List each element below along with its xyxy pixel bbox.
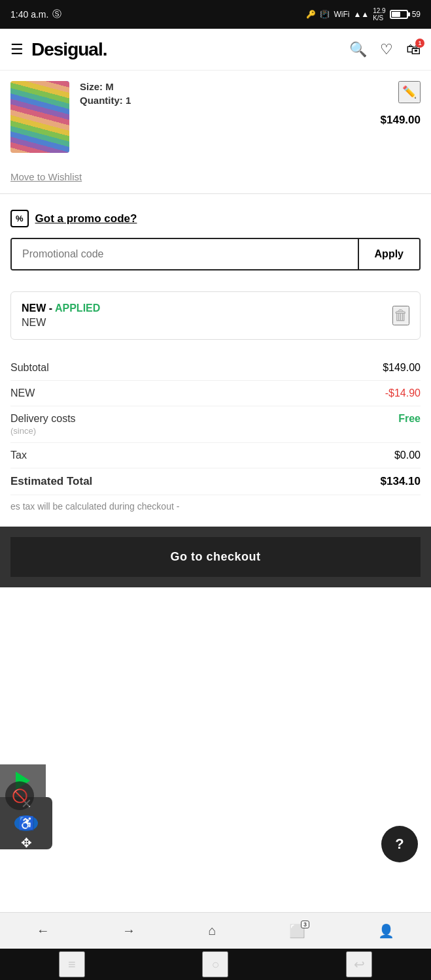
android-menu-button[interactable]: ≡ — [59, 951, 85, 977]
product-image — [10, 81, 69, 153]
status-bar-left: 1:40 a.m. Ⓢ — [10, 8, 61, 20]
total-value: $134.10 — [381, 475, 421, 488]
discount-label: NEW — [10, 387, 35, 399]
wishlist-icon[interactable]: ♡ — [380, 41, 393, 58]
applied-badge: APPLIED — [55, 302, 100, 314]
battery-percent: 59 — [412, 10, 421, 19]
product-image-stripes — [10, 81, 69, 153]
search-icon[interactable]: 🔍 — [349, 41, 367, 58]
checkout-section: Go to checkout — [0, 527, 431, 587]
applied-promo-code: NEW — [22, 317, 100, 329]
main-content: Size: M Quantity: 1 ✏️ $149.00 Move to W… — [0, 71, 431, 912]
time-display: 1:40 a.m. — [10, 9, 48, 20]
delivery-value: Free — [398, 413, 421, 425]
move-to-wishlist-link[interactable]: Move to Wishlist — [10, 171, 82, 182]
tax-dash: - — [177, 501, 180, 512]
product-size-line: Size: M — [80, 81, 131, 92]
discount-value: -$14.90 — [385, 387, 421, 399]
delivery-label: Delivery costs — [10, 413, 76, 425]
promo-code-name: NEW — [22, 302, 46, 314]
quantity-label: Quantity: — [80, 95, 123, 106]
browser-nav: ← → ⌂ ⬜ 3 👤 — [0, 912, 431, 949]
android-nav: ≡ ○ ↩ — [0, 949, 431, 980]
browser-profile-button[interactable]: 👤 — [378, 923, 394, 939]
tax-value: $0.00 — [394, 449, 421, 461]
nav-left: ☰ Desigual. — [10, 39, 107, 60]
accessibility-icon: ♿ — [14, 815, 38, 831]
battery-fill — [392, 12, 400, 17]
product-details: Size: M Quantity: 1 ✏️ $149.00 — [80, 81, 421, 127]
status-bar: 1:40 a.m. Ⓢ 🔑 📳 WiFi ▲▲ 12.9K/S 59 — [0, 0, 431, 29]
product-info: Size: M Quantity: 1 — [80, 81, 131, 108]
delivery-row-main: Delivery costs Free — [10, 413, 421, 425]
eye-overlay[interactable]: 🚫 — [5, 781, 34, 810]
move-icon[interactable]: ✥ — [21, 835, 32, 851]
checkout-button[interactable]: Go to checkout — [10, 537, 421, 577]
android-back-button[interactable]: ↩ — [346, 951, 372, 977]
top-nav: ☰ Desigual. 🔍 ♡ 🛍 1 — [0, 29, 431, 71]
skype-icon: Ⓢ — [52, 8, 61, 20]
discount-row: NEW -$14.90 — [10, 381, 421, 406]
subtotal-value: $149.00 — [383, 362, 421, 374]
tax-note-text: es tax will be calculated during checkou… — [10, 501, 174, 512]
applied-promo-title: NEW - APPLIED — [22, 302, 100, 314]
product-price: $149.00 — [80, 114, 421, 127]
edit-product-button[interactable]: ✏️ — [398, 81, 421, 103]
speed-display: 12.9K/S — [373, 7, 385, 22]
subtotal-row: Subtotal $149.00 — [10, 355, 421, 381]
tab-count-badge: 3 — [301, 921, 309, 928]
tax-note: es tax will be calculated during checkou… — [10, 495, 421, 516]
promo-input-row: Apply — [10, 238, 421, 270]
promo-percent-icon: % — [10, 210, 29, 227]
apply-promo-button[interactable]: Apply — [358, 239, 419, 269]
product-quantity-line: Quantity: 1 — [80, 95, 131, 106]
remove-promo-button[interactable]: 🗑 — [392, 306, 409, 325]
promo-separator: - — [46, 302, 55, 314]
cart-badge: 1 — [415, 39, 424, 48]
browser-tabs-button[interactable]: ⬜ 3 — [289, 923, 305, 939]
wishlist-link-section: Move to Wishlist — [0, 163, 431, 194]
signal-icon: ▲▲ — [353, 10, 369, 19]
promo-code-link[interactable]: Got a promo code? — [35, 212, 137, 225]
cart-item: Size: M Quantity: 1 ✏️ $149.00 — [0, 71, 431, 163]
browser-home-button[interactable]: ⌂ — [208, 923, 216, 938]
subtotal-label: Subtotal — [10, 362, 49, 374]
promo-section: % Got a promo code? Apply — [0, 194, 431, 281]
browser-back-button[interactable]: ← — [37, 923, 50, 938]
tax-label: Tax — [10, 449, 27, 461]
total-label: Estimated Total — [10, 475, 92, 488]
android-home-button[interactable]: ○ — [202, 951, 228, 977]
quantity-value: 1 — [126, 95, 131, 106]
tax-row: Tax $0.00 — [10, 443, 421, 468]
vibrate-icon: 📳 — [320, 10, 330, 19]
menu-icon[interactable]: ☰ — [10, 41, 24, 58]
promo-header: % Got a promo code? — [10, 210, 421, 227]
applied-promo-section: NEW - APPLIED NEW 🗑 — [10, 291, 421, 340]
product-details-top: Size: M Quantity: 1 ✏️ — [80, 81, 421, 108]
cart-icon[interactable]: 🛍 1 — [406, 41, 421, 58]
order-summary: Subtotal $149.00 NEW -$14.90 Delivery co… — [0, 340, 431, 527]
status-bar-right: 🔑 📳 WiFi ▲▲ 12.9K/S 59 — [306, 7, 421, 22]
delivery-row: Delivery costs Free (since) — [10, 406, 421, 443]
battery-icon — [390, 10, 408, 19]
help-button[interactable]: ? — [381, 826, 418, 862]
applied-promo-info: NEW - APPLIED NEW — [22, 302, 100, 329]
size-label: Size: — [80, 81, 103, 92]
key-icon: 🔑 — [306, 10, 316, 19]
brand-logo: Desigual. — [31, 39, 107, 60]
delivery-since: (since) — [10, 425, 36, 436]
nav-right: 🔍 ♡ 🛍 1 — [349, 41, 421, 58]
eye-icon: 🚫 — [12, 788, 28, 804]
browser-forward-button[interactable]: → — [122, 923, 135, 938]
promo-code-input[interactable] — [12, 239, 358, 269]
size-value: M — [105, 81, 114, 92]
total-row: Estimated Total $134.10 — [10, 468, 421, 495]
wifi-icon: WiFi — [334, 10, 349, 19]
